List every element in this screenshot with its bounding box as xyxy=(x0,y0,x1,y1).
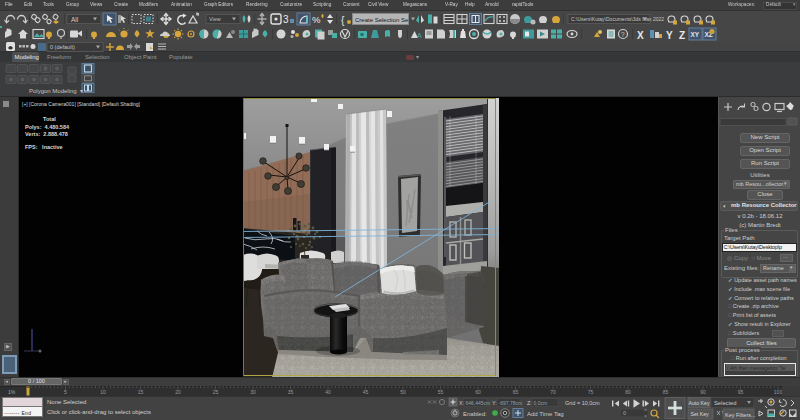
svg-text:?: ? xyxy=(621,31,625,38)
svg-text:70: 70 xyxy=(550,389,556,395)
svg-text:60: 60 xyxy=(475,389,481,395)
svg-text:0 (default): 0 (default) xyxy=(50,44,75,50)
svg-text:Add Time Tag: Add Time Tag xyxy=(527,411,564,417)
svg-text:XY: XY xyxy=(691,31,700,38)
svg-text:90: 90 xyxy=(700,389,706,395)
svg-text:Set Key: Set Key xyxy=(691,411,710,417)
svg-text:95: 95 xyxy=(738,389,744,395)
svg-text:100: 100 xyxy=(774,389,783,395)
svg-text:75: 75 xyxy=(588,389,594,395)
svg-text:C:\Users\Kutay\Documents\3ds M: C:\Users\Kutay\Documents\3ds Max 2022 xyxy=(571,16,664,22)
svg-text:A: A xyxy=(417,32,422,39)
svg-text:Key Filters...: Key Filters... xyxy=(725,412,756,418)
svg-text:1%: 1% xyxy=(8,389,16,395)
svg-text:55: 55 xyxy=(438,389,444,395)
svg-text:Z: Z xyxy=(679,30,685,41)
svg-text:Auto Key: Auto Key xyxy=(689,400,710,406)
svg-text:Enabled:: Enabled: xyxy=(463,411,487,417)
svg-text:5: 5 xyxy=(64,389,67,395)
svg-text:Grid = 10,0cm: Grid = 10,0cm xyxy=(565,400,600,406)
svg-text:View: View xyxy=(209,16,221,22)
svg-text:85: 85 xyxy=(663,389,669,395)
svg-text:15: 15 xyxy=(138,389,144,395)
svg-text:30: 30 xyxy=(250,389,256,395)
svg-text:0: 0 xyxy=(623,410,626,416)
svg-text:80: 80 xyxy=(625,389,631,395)
svg-text:Y: Y xyxy=(666,30,673,41)
svg-text:35: 35 xyxy=(288,389,294,395)
svg-text:20: 20 xyxy=(175,389,181,395)
svg-text:646,445cm: 646,445cm xyxy=(466,400,491,406)
svg-text:50: 50 xyxy=(400,389,406,395)
svg-text:All: All xyxy=(71,16,79,23)
svg-text:{: { xyxy=(341,15,345,26)
svg-text:0,0cm: 0,0cm xyxy=(534,400,548,406)
svg-text:X: X xyxy=(637,30,644,41)
svg-text:65: 65 xyxy=(513,389,519,395)
svg-text:3: 3 xyxy=(283,14,289,25)
svg-text:45: 45 xyxy=(363,389,369,395)
svg-text:Create Selection Se: Create Selection Se xyxy=(355,17,409,23)
svg-text:40: 40 xyxy=(325,389,331,395)
svg-text:Y:: Y: xyxy=(492,400,497,406)
svg-text:Z:: Z: xyxy=(527,400,532,406)
svg-text:10: 10 xyxy=(100,389,106,395)
svg-text:%: % xyxy=(312,14,321,25)
svg-text:-697,78cm: -697,78cm xyxy=(499,400,523,406)
svg-text:25: 25 xyxy=(213,389,219,395)
svg-text:Selected: Selected xyxy=(714,400,737,406)
